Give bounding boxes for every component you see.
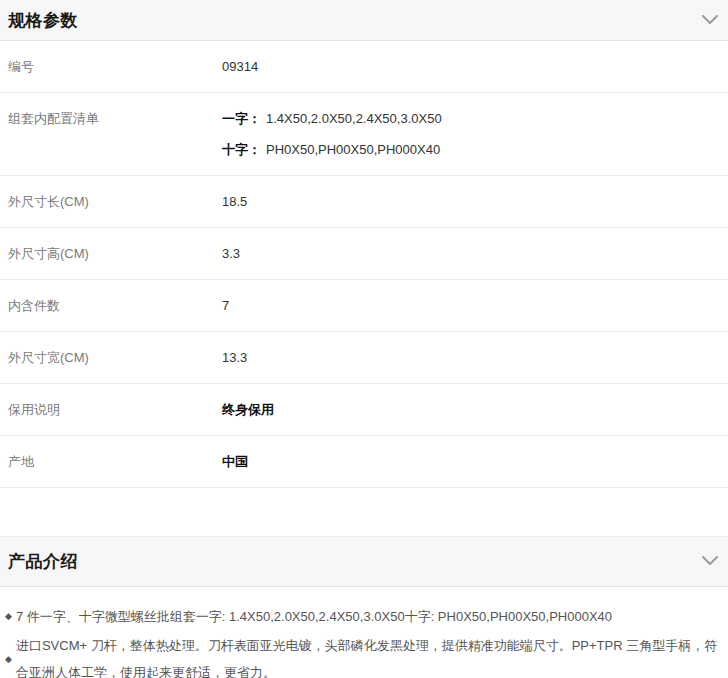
intro-collapse-button[interactable]: [702, 554, 718, 569]
spec-label: 外尺寸高(CM): [8, 246, 222, 261]
intro-item: ◆7 件一字、十字微型螺丝批组套一字: 1.4X50,2.0X50,2.4X50…: [5, 603, 720, 630]
intro-item-text: 进口SVCM+ 刀杆，整体热处理。刀杆表面亚光电镀，头部磷化发黑处理，提供精准功…: [16, 632, 720, 678]
spec-value-text: 终身保用: [222, 402, 274, 417]
spec-collapse-button[interactable]: [702, 13, 718, 28]
spec-value: 18.5: [222, 194, 247, 209]
spec-label: 保用说明: [8, 402, 222, 417]
spec-row: 保用说明终身保用: [0, 384, 728, 436]
spec-value-text: 18.5: [222, 194, 247, 209]
intro-item-text: 7 件一字、十字微型螺丝批组套一字: 1.4X50,2.0X50,2.4X50,…: [16, 603, 612, 630]
spec-value: 一字：1.4X50,2.0X50,2.4X50,3.0X50十字：PH0X50,…: [222, 111, 442, 157]
spec-value-line: 十字：PH0X50,PH00X50,PH000X40: [222, 142, 442, 157]
spec-value: 终身保用: [222, 402, 274, 417]
spec-label: 外尺寸长(CM): [8, 194, 222, 209]
product-detail-page: 规格参数 编号09314组套内配置清单一字：1.4X50,2.0X50,2.4X…: [0, 0, 728, 678]
spec-row: 组套内配置清单一字：1.4X50,2.0X50,2.4X50,3.0X50十字：…: [0, 93, 728, 176]
spec-table-spacer: [0, 488, 728, 536]
diamond-bullet-icon: ◆: [5, 646, 12, 673]
spec-value-text: 1.4X50,2.0X50,2.4X50,3.0X50: [266, 111, 442, 126]
chevron-down-icon: [702, 554, 718, 569]
intro-section-title: 产品介绍: [8, 550, 78, 573]
spec-value-text: 7: [222, 298, 229, 313]
spec-value-line: 终身保用: [222, 402, 274, 417]
spec-value-line: 09314: [222, 59, 258, 74]
spec-table: 编号09314组套内配置清单一字：1.4X50,2.0X50,2.4X50,3.…: [0, 41, 728, 488]
spec-value-line: 18.5: [222, 194, 247, 209]
spec-row: 外尺寸长(CM)18.5: [0, 176, 728, 228]
intro-item: ◆进口SVCM+ 刀杆，整体热处理。刀杆表面亚光电镀，头部磷化发黑处理，提供精准…: [5, 632, 720, 678]
spec-value-line: 中国: [222, 454, 248, 469]
spec-value-line: 3.3: [222, 246, 240, 261]
intro-section-header[interactable]: 产品介绍: [0, 536, 728, 587]
spec-label: 组套内配置清单: [8, 111, 222, 126]
intro-body: ◆7 件一字、十字微型螺丝批组套一字: 1.4X50,2.0X50,2.4X50…: [0, 587, 728, 678]
spec-row: 外尺寸高(CM)3.3: [0, 228, 728, 280]
spec-value-line: 13.3: [222, 350, 247, 365]
spec-row: 内含件数7: [0, 280, 728, 332]
spec-value-prefix: 十字：: [222, 142, 261, 157]
chevron-down-icon: [702, 13, 718, 28]
diamond-bullet-icon: ◆: [5, 603, 12, 630]
spec-value-line: 7: [222, 298, 229, 313]
spec-value: 13.3: [222, 350, 247, 365]
spec-row: 编号09314: [0, 41, 728, 93]
spec-row: 产地中国: [0, 436, 728, 488]
spec-value-text: 中国: [222, 454, 248, 469]
spec-value-prefix: 一字：: [222, 111, 261, 126]
spec-value-text: 13.3: [222, 350, 247, 365]
spec-value-text: PH0X50,PH00X50,PH000X40: [266, 142, 440, 157]
spec-section-header[interactable]: 规格参数: [0, 0, 728, 41]
spec-label: 编号: [8, 59, 222, 74]
spec-label: 产地: [8, 454, 222, 469]
spec-value: 09314: [222, 59, 258, 74]
spec-value: 7: [222, 298, 229, 313]
spec-value-line: 一字：1.4X50,2.0X50,2.4X50,3.0X50: [222, 111, 442, 126]
spec-row: 外尺寸宽(CM)13.3: [0, 332, 728, 384]
spec-label: 外尺寸宽(CM): [8, 350, 222, 365]
spec-value: 3.3: [222, 246, 240, 261]
spec-value: 中国: [222, 454, 248, 469]
spec-label: 内含件数: [8, 298, 222, 313]
spec-value-text: 3.3: [222, 246, 240, 261]
spec-value-text: 09314: [222, 59, 258, 74]
spec-section-title: 规格参数: [8, 9, 78, 32]
